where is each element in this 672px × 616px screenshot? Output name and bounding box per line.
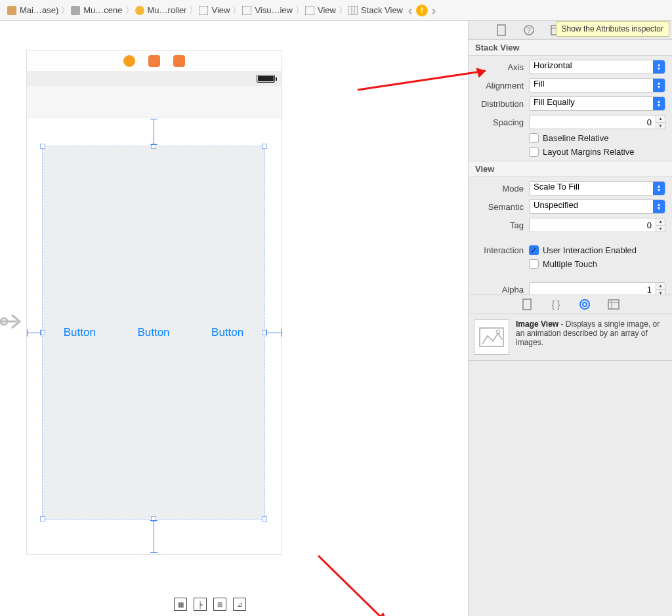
user-interaction-checkbox[interactable] [529,245,539,255]
svg-rect-3 [199,6,208,15]
chevron-icon: 〉 [295,5,302,16]
inspector-panel: ? Show the Attributes inspector Stack Vi… [469,21,672,616]
alpha-label: Alpha [475,285,529,295]
dock-button-1[interactable] [123,55,135,67]
svg-point-27 [583,302,587,306]
status-bar [27,72,282,86]
crumb-label: View [318,5,336,15]
constraint-top [154,119,154,145]
dock-button-2[interactable] [148,55,160,67]
crumb-label: Stack View [361,5,403,15]
scene-icon [70,5,81,16]
selected-stackview[interactable]: Button Button Button [42,146,265,520]
breadcrumb-jumpbar: Mai…ase) 〉 Mu…cene 〉 Mu…roller 〉 View 〉 … [0,0,672,21]
mode-value: Scale To Fill [534,182,579,192]
axis-select[interactable]: Horizontal [529,60,665,74]
crumb-label: Mu…roller [148,5,187,15]
annotation-arrow-2 [315,552,394,616]
warning-icon[interactable]: ! [416,5,428,16]
baseline-label: Baseline Relative [543,133,608,143]
crumb-label: View [211,5,230,15]
crumb-scene[interactable]: Mu…cene [68,0,125,20]
back-arrow-icon[interactable]: ‹ [408,5,412,16]
svg-rect-6 [348,6,358,15]
forward-arrow-icon[interactable]: › [432,5,436,16]
chevron-icon: 〉 [125,5,132,16]
interaction-label: Interaction [475,245,529,255]
svg-point-2 [135,6,144,15]
file-template-tab[interactable] [520,297,534,312]
imageview-icon [474,319,509,355]
controller-icon [135,5,145,16]
object-library-tab[interactable] [578,297,592,312]
stackview-content: Button Button Button [43,146,264,519]
navigation-bar [27,86,282,117]
stack-tool-icon[interactable]: ▦ [174,598,187,611]
axis-value: Horizontal [534,60,572,70]
ui-button[interactable]: Button [137,326,169,339]
constraint-left [27,333,41,333]
chevron-icon: 〉 [189,5,196,16]
crumb-label: Visu…iew [255,5,293,15]
svg-marker-11 [476,68,486,77]
chevron-icon: 〉 [232,5,239,16]
distribution-value: Fill Equally [534,97,575,107]
dock-button-3[interactable] [173,55,185,67]
svg-rect-24 [523,299,531,310]
crumb-stackview[interactable]: Stack View [345,0,406,20]
tooltip: Show the Attributes inspector [556,21,669,37]
code-snippet-tab[interactable]: { } [549,297,563,312]
crumb-view3[interactable]: View [302,0,339,20]
distribution-label: Distribution [475,99,529,109]
pin-tool-icon[interactable]: ⊞ [213,598,226,611]
semantic-value: Unspecified [534,200,578,210]
spacing-input[interactable]: 0▲▼ [529,115,665,129]
ui-button[interactable]: Button [211,326,243,339]
alignment-select[interactable]: Fill [529,78,665,92]
canvas-bottom-toolbar: ▦ ╞ ⊞ ⊿ [174,598,246,611]
svg-rect-1 [71,6,80,15]
crumb-view2[interactable]: Visu…iew [239,0,295,20]
library-item-text: Image View - Displays a single image, or… [516,319,667,347]
view-icon [242,5,252,16]
mode-label: Mode [475,184,529,194]
alignment-value: Fill [534,79,545,89]
help-inspector-tab[interactable]: ? [522,24,536,37]
crumb-main[interactable]: Mai…ase) [4,0,61,20]
distribution-select[interactable]: Fill Equally [529,96,665,111]
view-icon [198,5,209,16]
ui-button[interactable]: Button [64,326,96,339]
svg-rect-0 [7,6,16,15]
file-inspector-tab[interactable] [495,24,508,37]
chevron-icon: 〉 [339,5,345,16]
semantic-select[interactable]: Unspecified [529,199,665,214]
chevron-icon: 〉 [61,5,68,16]
alpha-value: 1 [647,285,652,295]
baseline-checkbox[interactable] [529,133,539,143]
resolve-tool-icon[interactable]: ⊿ [233,598,246,611]
alpha-input[interactable]: 1▲▼ [529,282,665,295]
battery-icon [257,75,275,83]
storyboard-icon [7,5,17,16]
library-tabs: { } [469,295,672,314]
crumb-label: Mu…cene [83,5,122,15]
align-tool-icon[interactable]: ╞ [194,598,207,611]
margins-checkbox[interactable] [529,147,539,157]
inspector-body: Stack View Axis Horizontal Alignment Fil… [469,39,672,295]
multiple-touch-label: Multiple Touch [543,259,597,269]
svg-line-12 [318,556,387,616]
mode-select[interactable]: Scale To Fill [529,181,665,195]
canvas[interactable]: Button Button Button ▦ ╞ ⊞ ⊿ [0,21,469,616]
tag-input[interactable]: 0▲▼ [529,218,665,232]
svg-rect-4 [242,6,251,15]
library-item-imageview[interactable]: Image View - Displays a single image, or… [469,314,672,361]
media-library-tab[interactable] [606,297,621,312]
crumb-view1[interactable]: View [196,0,232,20]
multiple-touch-checkbox[interactable] [529,259,539,269]
jumpbar-nav: ‹ ! › [406,5,438,16]
svg-line-10 [358,71,486,90]
crumb-controller[interactable]: Mu…roller [132,0,190,20]
scene-dock [27,51,282,72]
view-icon [304,5,315,16]
stack-icon [348,5,358,16]
